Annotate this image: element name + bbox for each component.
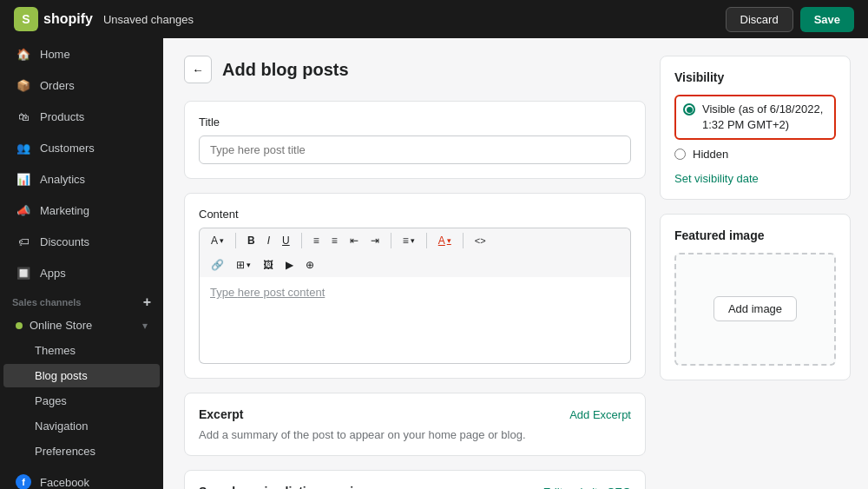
topbar-title: Unsaved changes (103, 13, 194, 26)
visibility-card: Visibility Visible (as of 6/18/2022, 1:3… (660, 56, 851, 200)
font-size-button[interactable]: A (207, 232, 228, 249)
sidebar-item-marketing[interactable]: 📣 Marketing (3, 195, 160, 225)
sidebar-item-products[interactable]: 🛍 Products (3, 102, 160, 131)
indent-left-button[interactable]: ⇤ (345, 232, 363, 249)
code-button[interactable]: <> (470, 233, 490, 248)
add-sales-channel-button[interactable]: + (143, 295, 151, 309)
sidebar-item-label: Products (40, 110, 84, 123)
online-store-expand-icon: ▾ (142, 320, 148, 332)
main-content: ← Add blog posts Title Content A B I (163, 38, 868, 489)
sidebar-item-facebook[interactable]: f Facebook (3, 467, 160, 489)
sales-channels-header: Sales channels + (0, 288, 163, 313)
facebook-icon: f (16, 474, 31, 489)
visible-label: Visible (as of 6/18/2022, 1:32 PM GMT+2) (702, 102, 827, 133)
sidebar-item-label: Marketing (40, 204, 89, 217)
analytics-icon: 📊 (16, 171, 31, 187)
shopify-logo: S shopify (14, 7, 93, 31)
sidebar-item-customers[interactable]: 👥 Customers (3, 133, 160, 162)
toolbar-separator-2 (301, 233, 302, 248)
bold-button[interactable]: B (243, 232, 260, 249)
sales-channels-label: Sales channels (12, 297, 82, 307)
sidebar-item-home[interactable]: 🏠 Home (3, 39, 160, 69)
sidebar-item-label: Customers (40, 142, 95, 155)
toolbar-separator-1 (235, 233, 236, 248)
underline-button[interactable]: U (278, 232, 294, 249)
excerpt-header: Excerpt Add Excerpt (199, 407, 631, 421)
seo-header: Search engine listing preview Edit websi… (199, 485, 631, 489)
back-arrow-icon: ← (192, 63, 203, 76)
sidebar-item-online-store[interactable]: Online Store ▾ (3, 314, 160, 337)
image-button[interactable]: 🖼 (259, 256, 278, 274)
save-button[interactable]: Save (800, 7, 854, 32)
sidebar-item-analytics[interactable]: 📊 Analytics (3, 164, 160, 194)
online-store-status-dot (16, 322, 23, 329)
topbar-left: S shopify Unsaved changes (14, 7, 194, 31)
sidebar-item-apps[interactable]: 🔲 Apps (3, 258, 160, 287)
align-button[interactable]: ≡ (398, 232, 419, 249)
apps-icon: 🔲 (16, 265, 31, 281)
discounts-icon: 🏷 (16, 234, 31, 249)
sidebar-sub-item-pages[interactable]: Pages (3, 389, 160, 413)
shopify-logo-icon: S (14, 7, 38, 31)
image-upload-area[interactable]: Add image (674, 253, 836, 366)
link-button[interactable]: 🔗 (207, 256, 228, 274)
excerpt-description: Add a summary of the post to appear on y… (199, 428, 631, 441)
table-button[interactable]: ⊞ (232, 256, 255, 274)
online-store-label: Online Store (30, 319, 92, 332)
sidebar-item-discounts[interactable]: 🏷 Discounts (3, 227, 160, 256)
sidebar-item-label: Apps (40, 267, 66, 280)
orders-icon: 📦 (16, 77, 31, 93)
center-column: ← Add blog posts Title Content A B I (184, 56, 646, 472)
topbar-actions: Discard Save (726, 7, 854, 32)
sidebar-sub-item-themes[interactable]: Themes (3, 339, 160, 362)
title-field-label: Title (199, 116, 631, 129)
sidebar-item-label: Discounts (40, 235, 89, 248)
add-excerpt-link[interactable]: Add Excerpt (569, 408, 631, 421)
font-size-group: A (207, 232, 228, 249)
back-button[interactable]: ← (184, 56, 212, 83)
shopify-wordmark: shopify (43, 11, 93, 27)
content-card: Content A B I U ≡ ≡ ⇤ ⇥ ≡ (184, 193, 646, 379)
sidebar-sub-item-navigation[interactable]: Navigation (3, 414, 160, 438)
text-color-button[interactable]: A (434, 232, 456, 249)
marketing-icon: 📣 (16, 202, 31, 218)
online-store-left: Online Store (16, 319, 92, 332)
seo-title: Search engine listing preview (199, 485, 370, 489)
italic-button[interactable]: I (263, 232, 274, 249)
sidebar-item-label: Home (40, 48, 70, 61)
layout: 🏠 Home 📦 Orders 🛍 Products 👥 Customers 📊… (0, 38, 868, 489)
editor-body[interactable]: Type here post content (199, 277, 631, 364)
editor-toolbar-row2: 🔗 ⊞ 🖼 ▶ ⊕ (199, 253, 631, 277)
seo-card: Search engine listing preview Edit websi… (184, 470, 646, 489)
sidebar-sub-item-blog-posts[interactable]: Blog posts (3, 364, 160, 387)
list-ol-button[interactable]: ≡ (327, 232, 342, 249)
sidebar-item-label: Analytics (40, 173, 85, 186)
visibility-title: Visibility (674, 70, 836, 84)
sidebar-item-orders[interactable]: 📦 Orders (3, 70, 160, 100)
edit-seo-link[interactable]: Edit website SEO (543, 486, 631, 490)
hidden-label: Hidden (693, 147, 728, 162)
home-icon: 🏠 (16, 46, 31, 62)
topbar: S shopify Unsaved changes Discard Save (0, 0, 868, 38)
title-input[interactable] (199, 135, 631, 164)
toolbar-separator-4 (426, 233, 427, 248)
visible-radio (683, 103, 695, 116)
add-image-button[interactable]: Add image (713, 296, 797, 321)
hidden-radio[interactable] (674, 149, 686, 160)
attachment-button[interactable]: ⊕ (301, 256, 319, 274)
sidebar-sub-item-preferences[interactable]: Preferences (3, 439, 160, 463)
excerpt-card: Excerpt Add Excerpt Add a summary of the… (184, 393, 646, 456)
sidebar-item-label: Facebook (40, 476, 89, 489)
discard-button[interactable]: Discard (726, 7, 793, 32)
sidebar-item-label: Orders (40, 79, 75, 92)
set-visibility-link[interactable]: Set visibility date (674, 172, 836, 185)
visible-option-box[interactable]: Visible (as of 6/18/2022, 1:32 PM GMT+2) (674, 95, 836, 140)
hidden-option[interactable]: Hidden (674, 147, 836, 162)
video-button[interactable]: ▶ (281, 256, 298, 274)
content-field-label: Content (199, 208, 631, 221)
indent-right-button[interactable]: ⇥ (366, 232, 384, 249)
toolbar-separator-5 (463, 233, 464, 248)
featured-image-title: Featured image (674, 228, 836, 242)
list-ul-button[interactable]: ≡ (309, 232, 324, 249)
right-column: Visibility Visible (as of 6/18/2022, 1:3… (660, 56, 851, 472)
